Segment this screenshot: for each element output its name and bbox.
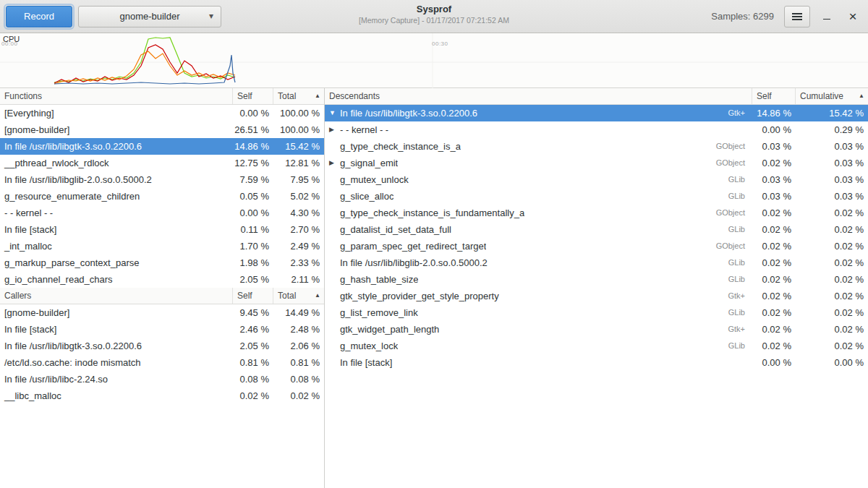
table-row[interactable]: In file /usr/lib/libgtk-3.so.0.2200.62.0… xyxy=(0,338,324,354)
table-row[interactable]: In file [stack]2.46 %2.48 % xyxy=(0,321,324,338)
table-row[interactable]: In file /usr/lib/libglib-2.0.so.0.5000.2… xyxy=(325,254,868,271)
callers-column-header[interactable]: Callers xyxy=(0,288,233,304)
table-row[interactable]: gtk_style_provider_get_style_propertyGtk… xyxy=(325,288,868,304)
table-row[interactable]: gtk_widget_path_lengthGtk+0.02 %0.02 % xyxy=(325,321,868,338)
row-function-name: In file [stack] xyxy=(0,321,233,338)
callers-table: [gnome-builder]9.45 %14.49 %In file [sta… xyxy=(0,304,324,404)
descendants-column-header[interactable]: Descendants xyxy=(325,88,752,104)
row-self-percent: 1.70 % xyxy=(233,238,273,254)
callers-total-column-header[interactable]: Total ▲ xyxy=(273,288,324,304)
table-row[interactable]: [Everything]0.00 %100.00 % xyxy=(0,105,324,121)
time-label-start: 00:00 xyxy=(1,40,18,47)
process-selector-label: gnome-builder xyxy=(119,11,179,22)
table-row[interactable]: ▼In file /usr/lib/libgtk-3.so.0.2200.6Gt… xyxy=(325,105,868,121)
row-self-percent: 14.86 % xyxy=(233,138,273,155)
table-row[interactable]: g_slice_allocGLib0.03 %0.03 % xyxy=(325,188,868,205)
row-total-percent: 2.49 % xyxy=(273,238,324,254)
row-function-name: [Everything] xyxy=(0,105,233,121)
table-row[interactable]: ▶- - kernel - -0.00 %0.29 % xyxy=(325,121,868,138)
category-label: GLib xyxy=(728,338,752,354)
category-label: GObject xyxy=(716,138,752,155)
row-function-name: In file /usr/lib/libc-2.24.so xyxy=(0,371,233,388)
row-function-name: In file /usr/lib/libglib-2.0.so.0.5000.2 xyxy=(0,171,233,188)
functions-self-column-header[interactable]: Self xyxy=(233,88,273,104)
table-row[interactable]: g_markup_parse_context_parse1.98 %2.33 % xyxy=(0,254,324,271)
table-row[interactable]: g_type_check_instance_is_fundamentally_a… xyxy=(325,205,868,221)
row-total-percent: 100.00 % xyxy=(273,121,324,138)
row-self-percent: 0.00 % xyxy=(752,354,796,371)
table-row[interactable]: g_param_spec_get_redirect_targetGObject0… xyxy=(325,238,868,254)
category-label: GLib xyxy=(728,254,752,271)
table-row[interactable]: - - kernel - -0.00 %4.30 % xyxy=(0,205,324,221)
row-function-name: g_mutex_unlock xyxy=(340,171,409,188)
table-row[interactable]: g_mutex_lockGLib0.02 %0.02 % xyxy=(325,338,868,354)
category-label: GLib xyxy=(728,188,752,205)
table-row[interactable]: g_datalist_id_set_data_fullGLib0.02 %0.0… xyxy=(325,221,868,238)
row-self-percent: 2.05 % xyxy=(233,271,273,288)
row-self-percent: 0.02 % xyxy=(752,288,796,304)
table-row[interactable]: In file [stack]0.11 %2.70 % xyxy=(0,221,324,238)
table-row[interactable]: g_mutex_unlockGLib0.03 %0.03 % xyxy=(325,171,868,188)
cpu-graph[interactable]: CPU 00:00 00:30 xyxy=(0,33,868,88)
row-name-cell: g_mutex_lockGLib xyxy=(325,338,752,354)
callers-self-column-header[interactable]: Self xyxy=(233,288,273,304)
table-row[interactable]: In file /usr/lib/libc-2.24.so0.08 %0.08 … xyxy=(0,371,324,388)
record-button[interactable]: Record xyxy=(6,6,72,27)
expander-icon[interactable]: ▼ xyxy=(329,105,340,121)
descendants-cumulative-column-header[interactable]: Cumulative ▲ xyxy=(796,88,868,104)
row-function-name: In file /usr/lib/libgtk-3.so.0.2200.6 xyxy=(0,338,233,354)
table-row[interactable]: [gnome-builder]26.51 %100.00 % xyxy=(0,121,324,138)
category-label: GLib xyxy=(728,221,752,238)
table-row[interactable]: __pthread_rwlock_rdlock12.75 %12.81 % xyxy=(0,155,324,171)
table-row[interactable]: g_io_channel_read_chars2.05 %2.11 % xyxy=(0,271,324,288)
row-function-name: In file /usr/lib/libgtk-3.so.0.2200.6 xyxy=(0,138,233,155)
table-row[interactable]: [gnome-builder]9.45 %14.49 % xyxy=(0,304,324,321)
table-row[interactable]: g_type_check_instance_is_aGObject0.03 %0… xyxy=(325,138,868,155)
table-row[interactable]: In file [stack]0.00 %0.00 % xyxy=(325,354,868,371)
table-row[interactable]: In file /usr/lib/libglib-2.0.so.0.5000.2… xyxy=(0,171,324,188)
category-label: Gtk+ xyxy=(728,105,752,121)
table-row[interactable]: _int_malloc1.70 %2.49 % xyxy=(0,238,324,254)
expander-icon[interactable]: ▶ xyxy=(329,155,340,171)
table-row[interactable]: g_list_remove_linkGLib0.02 %0.02 % xyxy=(325,304,868,321)
table-row[interactable]: In file /usr/lib/libgtk-3.so.0.2200.614.… xyxy=(0,138,324,155)
close-button[interactable]: × xyxy=(843,7,862,26)
row-name-cell: g_list_remove_linkGLib xyxy=(325,304,752,321)
menu-button[interactable] xyxy=(784,6,810,27)
close-icon: × xyxy=(848,9,856,23)
row-function-name: g_list_remove_link xyxy=(340,304,418,321)
row-function-name: In file [stack] xyxy=(0,221,233,238)
row-self-percent: 0.03 % xyxy=(752,188,796,205)
row-function-name: gtk_style_provider_get_style_property xyxy=(340,288,499,304)
table-row[interactable]: g_hash_table_sizeGLib0.02 %0.02 % xyxy=(325,271,868,288)
row-name-cell: g_slice_allocGLib xyxy=(325,188,752,205)
row-self-percent: 2.05 % xyxy=(233,338,273,354)
category-label: GLib xyxy=(728,171,752,188)
row-self-percent: 0.08 % xyxy=(233,371,273,388)
row-function-name: In file /usr/lib/libgtk-3.so.0.2200.6 xyxy=(340,105,477,121)
table-row[interactable]: g_resource_enumerate_children0.05 %5.02 … xyxy=(0,188,324,205)
functions-column-header[interactable]: Functions xyxy=(0,88,233,104)
process-selector[interactable]: gnome-builder ▾ xyxy=(78,6,221,27)
table-row[interactable]: __libc_malloc0.02 %0.02 % xyxy=(0,388,324,404)
row-cumulative-percent: 0.02 % xyxy=(796,321,868,338)
minimize-button[interactable] xyxy=(817,7,836,26)
row-name-cell: g_param_spec_get_redirect_targetGObject xyxy=(325,238,752,254)
row-self-percent: 1.98 % xyxy=(233,254,273,271)
row-self-percent: 0.02 % xyxy=(752,271,796,288)
expander-icon[interactable]: ▶ xyxy=(329,121,340,138)
row-function-name: g_signal_emit xyxy=(340,155,398,171)
table-row[interactable]: /etc/ld.so.cache: inode mismatch0.81 %0.… xyxy=(0,354,324,371)
row-function-name: g_type_check_instance_is_fundamentally_a xyxy=(340,205,524,221)
row-cumulative-percent: 0.03 % xyxy=(796,188,868,205)
row-cumulative-percent: 0.29 % xyxy=(796,121,868,138)
row-name-cell: In file [stack] xyxy=(325,354,752,371)
table-row[interactable]: ▶g_signal_emitGObject0.02 %0.03 % xyxy=(325,155,868,171)
row-name-cell: gtk_style_provider_get_style_propertyGtk… xyxy=(325,288,752,304)
functions-total-column-header[interactable]: Total ▲ xyxy=(273,88,324,104)
category-label: GObject xyxy=(716,155,752,171)
descendants-self-column-header[interactable]: Self xyxy=(752,88,796,104)
row-function-name: g_resource_enumerate_children xyxy=(0,188,233,205)
row-name-cell: ▶- - kernel - - xyxy=(325,121,752,138)
row-name-cell: g_type_check_instance_is_fundamentally_a… xyxy=(325,205,752,221)
